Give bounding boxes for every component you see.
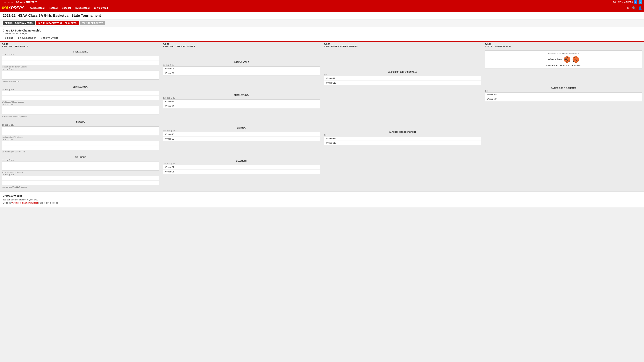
g13-team2: Winner G10 bbox=[324, 81, 481, 85]
g4-team2 bbox=[2, 110, 159, 114]
download-icon: ⬇ bbox=[18, 37, 19, 39]
g4-team1 bbox=[2, 106, 159, 110]
round-3-header: Feb 19 SEMI-STATE CHAMPIONSHIPS bbox=[322, 41, 483, 48]
spacer-rc-3 bbox=[163, 143, 320, 159]
2022-brackets-tab[interactable]: 2022 IN BRACKETS bbox=[80, 21, 105, 25]
group-jimtown-regional: JIMTOWN G11 2/12 @ 8p Winner G5 Winner G… bbox=[163, 126, 320, 141]
group-jasper-semi: JASPER OR JEFFERSONVILLE G13 Winner G9 W… bbox=[324, 70, 481, 85]
spacer-ss-1 bbox=[324, 87, 481, 130]
cbssports-link[interactable]: cbssports.com bbox=[2, 1, 14, 3]
top-bar: cbssports.com 247sports MAXPREPS FOLLOW … bbox=[0, 0, 644, 4]
g9-team2: Winner G2 bbox=[163, 71, 320, 75]
group-jimtown-semis: JIMTOWN G5 2/12 @ 10a NorthWood/Griffith… bbox=[2, 120, 159, 153]
nav-b-basketball[interactable]: B. Basketball bbox=[74, 4, 92, 12]
g14-team2: Winner G12 bbox=[324, 141, 481, 145]
footer: Create a Widget You can add this bracket… bbox=[0, 192, 644, 207]
add-label: ADD TO MY SITE bbox=[43, 37, 58, 39]
grid-icon[interactable]: ⊞ bbox=[627, 6, 630, 10]
rc-site-jimtown: JIMTOWN bbox=[163, 127, 320, 129]
girls-basketball-playoffs-tab[interactable]: IN GIRLS BASKETBALL PLAYOFFS bbox=[36, 21, 78, 25]
widget-title: Create a Widget bbox=[3, 194, 641, 197]
search-icon[interactable]: 🔍 bbox=[632, 6, 636, 10]
round-4-name: STATE CHAMPIONSHIP bbox=[485, 45, 642, 48]
maxpreps-link[interactable]: MAXPREPS bbox=[26, 1, 37, 3]
g1-label: G1 2/12 @ 10a bbox=[2, 54, 159, 56]
g11-label: G11 2/12 @ 8p bbox=[163, 130, 320, 132]
round-state: Feb 26 STATE CHAMPIONSHIP PRESENTED IN P… bbox=[483, 41, 644, 192]
nav-football[interactable]: Football bbox=[47, 4, 60, 12]
nav-baseball[interactable]: Baseball bbox=[60, 4, 73, 12]
sponsor-box: PRESENTED IN PARTNERSHIP WITH Indiana's … bbox=[485, 50, 642, 68]
g14-team1: Winner G11 bbox=[324, 136, 481, 141]
facebook-button[interactable]: f bbox=[634, 0, 638, 4]
g2-team1 bbox=[2, 71, 159, 75]
print-button[interactable]: 🖨 PRINT bbox=[3, 36, 15, 40]
g9-label: G9 2/12 @ 8p bbox=[163, 64, 320, 66]
top-bar-links: cbssports.com 247sports MAXPREPS bbox=[2, 1, 37, 3]
g12-team2: Winner G8 bbox=[163, 170, 320, 174]
add-to-site-button[interactable]: + ADD TO MY SITE bbox=[39, 36, 60, 40]
nav-g-volleyball[interactable]: G. Volleyball bbox=[92, 4, 110, 12]
nav-g-basketball[interactable]: G. Basketball bbox=[28, 4, 47, 12]
site-logo[interactable]: MAXPREPS bbox=[2, 5, 24, 10]
g1-connector: Indian Creek/Northview winners bbox=[2, 65, 159, 68]
user-icon[interactable]: 👤 bbox=[638, 6, 642, 10]
bracket-container: Feb 12 REGIONAL SEMIFINALS GREENCASTLE G… bbox=[0, 41, 644, 192]
round-2-header: Feb 12 REGIONAL CHAMPIONSHIPS bbox=[161, 41, 322, 48]
g7-connector: Yorktown/Woodlan winners bbox=[2, 171, 159, 174]
download-pdf-button[interactable]: ⬇ DOWNLOAD PDF bbox=[16, 36, 38, 40]
print-icon: 🖨 bbox=[4, 37, 6, 39]
group-charlestown-semis: CHARLESTOWN G3 2/12 @ 10a Washington/Gib… bbox=[2, 85, 159, 118]
round-3-name: SEMI-STATE CHAMPIONSHIPS bbox=[324, 45, 481, 48]
round-3-groups: JASPER OR JEFFERSONVILLE G13 Winner G9 W… bbox=[322, 48, 483, 148]
g6-connector: SB Washington/Knox winners bbox=[2, 150, 159, 153]
g10-team2: Winner G4 bbox=[163, 104, 320, 108]
g12-box: Winner G7 Winner G8 bbox=[163, 165, 320, 174]
site-jimtown: JIMTOWN bbox=[2, 121, 159, 123]
g2-label: G2 2/12 @ 12p bbox=[2, 68, 159, 70]
round-2-groups: GREENCASTLE G9 2/12 @ 8p Winner G1 Winne… bbox=[161, 48, 322, 177]
round-4-groups: GAINBRIDGE FIELDHOUSE G15 Winner G13 Win… bbox=[483, 70, 644, 104]
g14-box: Winner G11 Winner G12 bbox=[324, 136, 481, 145]
page-header: 2021-22 IHSAA Class 3A Girls Basketball … bbox=[0, 12, 644, 19]
g2-connector: Guerin/Danville winners bbox=[2, 80, 159, 83]
create-widget-link[interactable]: Create Tournament Widget bbox=[12, 202, 38, 204]
page-title: 2021-22 IHSAA Class 3A Girls Basketball … bbox=[3, 13, 641, 18]
g8-team2 bbox=[2, 181, 159, 185]
pacers-logo: 🏀 bbox=[572, 56, 580, 63]
spacer-rc-2 bbox=[163, 110, 320, 126]
download-label: DOWNLOAD PDF bbox=[20, 37, 36, 39]
g9-team1: Winner G1 bbox=[163, 67, 320, 71]
group-bellmont-regional: BELLMONT G12 2/12 @ 8p Winner G7 Winner … bbox=[163, 159, 320, 174]
ss-site-jasper: JASPER OR JEFFERSONVILLE bbox=[324, 71, 481, 73]
g4-connector: N. Harrison/Greensburg winners bbox=[2, 115, 159, 118]
add-icon: + bbox=[41, 37, 42, 39]
round-1-date: Feb 12 bbox=[2, 43, 159, 45]
round-1-groups: GREENCASTLE G1 2/12 @ 10a Indian Creek/N… bbox=[0, 48, 161, 192]
g12-team1: Winner G7 bbox=[163, 165, 320, 170]
round-regional-semifinals: Feb 12 REGIONAL SEMIFINALS GREENCASTLE G… bbox=[0, 41, 161, 192]
tournament-header: Class 3A State Championship Location Var… bbox=[0, 27, 644, 41]
site-bellmont: BELLMONT bbox=[2, 156, 159, 158]
g3-connector: Washington/Gibson winners bbox=[2, 101, 159, 103]
tournament-actions: 🖨 PRINT ⬇ DOWNLOAD PDF + ADD TO MY SITE bbox=[3, 36, 641, 40]
g7-team1 bbox=[2, 162, 159, 166]
follow-label: FOLLOW MAXPREPS bbox=[613, 1, 633, 3]
g5-team2 bbox=[2, 131, 159, 135]
g15-label: G15 bbox=[485, 90, 642, 92]
nav-more[interactable]: ··· bbox=[110, 4, 116, 12]
g15-box: Winner G13 Winner G14 bbox=[485, 92, 642, 101]
247sports-link[interactable]: 247sports bbox=[16, 1, 24, 3]
sponsor-bottom-text: PROUD PARTNERS OF THE IHSAA bbox=[546, 64, 581, 66]
round-semi-state: Feb 19 SEMI-STATE CHAMPIONSHIPS JASPER O… bbox=[322, 41, 483, 192]
fever-logo: 🏀 bbox=[564, 56, 571, 63]
twitter-button[interactable]: t bbox=[638, 0, 642, 4]
widget-link-text: Go to our Create Tournament Widget page … bbox=[3, 202, 641, 204]
round-2-date: Feb 12 bbox=[163, 43, 320, 45]
group-greencastle-semis: GREENCASTLE G1 2/12 @ 10a Indian Creek/N… bbox=[2, 49, 159, 83]
g3-label: G3 2/12 @ 10a bbox=[2, 89, 159, 91]
g3-team2 bbox=[2, 96, 159, 100]
search-tournaments-tab[interactable]: SEARCH TOURNAMENTS bbox=[3, 21, 35, 25]
g10-team1: Winner G3 bbox=[163, 99, 320, 104]
nav-right-icons: ⊞ 🔍 👤 bbox=[627, 6, 642, 10]
